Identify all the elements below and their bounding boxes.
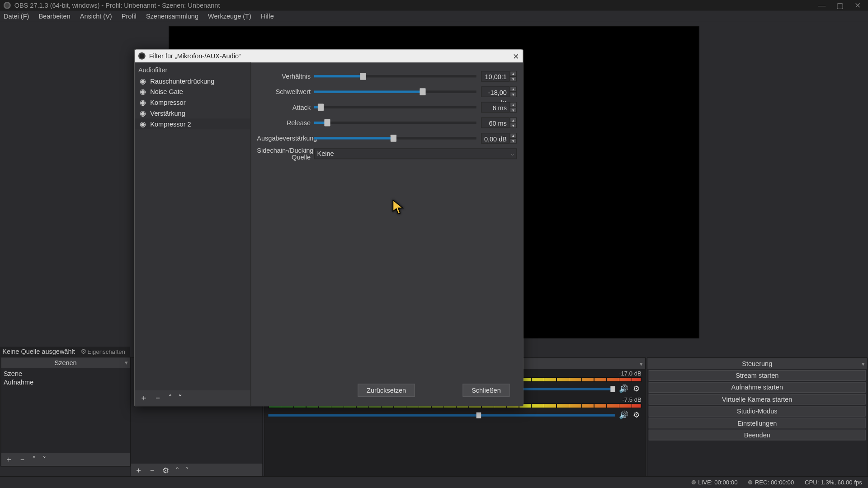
menu-tools[interactable]: Werkzeuge (T) <box>208 13 251 20</box>
speaker-icon[interactable]: 🔊 <box>619 411 628 420</box>
ducking-source-select[interactable]: Keine ⌵ <box>314 148 517 159</box>
menu-help[interactable]: Hilfe <box>261 13 274 20</box>
panel-header-scenes: Szenen ▾ <box>1 357 130 368</box>
scenes-list[interactable]: Szene Aufnahme <box>1 368 130 453</box>
filter-label: Verstärkung <box>150 110 185 117</box>
gear-icon[interactable]: ⚙ <box>632 411 642 420</box>
move-filter-down-button[interactable]: ˅ <box>178 393 182 403</box>
move-scene-down-button[interactable]: ˅ <box>42 455 47 464</box>
visibility-icon[interactable]: ◉ <box>138 120 146 128</box>
properties-label[interactable]: Eigenschaften <box>87 348 125 355</box>
obs-icon <box>138 52 146 60</box>
start-virtual-cam-button[interactable]: Virtuelle Kamera starten <box>649 394 866 405</box>
window-titlebar: OBS 27.1.3 (64-bit, windows) - Profil: U… <box>0 0 868 11</box>
reset-button[interactable]: Zurücksetzen <box>358 384 415 397</box>
remove-filter-button[interactable]: － <box>154 393 162 404</box>
spin-up-icon[interactable]: ▴ <box>509 117 517 123</box>
attack-value[interactable]: 6 ms <box>481 102 509 113</box>
spin-down-icon[interactable]: ▾ <box>509 107 517 113</box>
dialog-titlebar[interactable]: Filter für „Mikrofon-/AUX-Audio“ ✕ <box>135 49 523 62</box>
popout-icon[interactable]: ▾ <box>640 360 643 367</box>
ducking-source-label: Sidechain-/Ducking-Quelle <box>257 146 314 161</box>
start-stream-button[interactable]: Stream starten <box>649 370 866 381</box>
close-icon[interactable]: ✕ <box>513 52 519 61</box>
move-source-up-button[interactable]: ˄ <box>175 466 179 475</box>
menu-bar: Datei (F) Bearbeiten Ansicht (V) Profil … <box>0 11 868 22</box>
no-source-label: Keine Quelle ausgewählt <box>2 348 75 355</box>
source-settings-button[interactable]: ⚙ <box>162 466 170 475</box>
status-live: LIVE: 00:00:00 <box>698 479 737 486</box>
status-dot-icon <box>692 480 696 484</box>
menu-scene-collection[interactable]: Szenensammlung <box>146 13 198 20</box>
move-filter-up-button[interactable]: ˄ <box>168 393 172 403</box>
remove-scene-button[interactable]: － <box>19 454 26 465</box>
filter-item-gain[interactable]: ◉ Verstärkung <box>135 108 250 119</box>
output-gain-label: Ausgabeverstärkung <box>257 135 314 142</box>
spin-up-icon[interactable]: ▴ <box>509 133 517 138</box>
scene-item[interactable]: Szene <box>4 369 127 377</box>
release-value[interactable]: 60 ms <box>481 117 509 128</box>
spin-up-icon[interactable]: ▴ <box>509 71 517 76</box>
filter-label: Rauschunterdrückung <box>150 77 214 84</box>
mixer-db-label: -17.0 dB <box>619 370 642 377</box>
spin-down-icon[interactable]: ▾ <box>509 123 517 128</box>
filter-item-noise-suppression[interactable]: ◉ Rauschunterdrückung <box>135 75 250 86</box>
status-rec: REC: 00:00:00 <box>755 479 794 486</box>
spin-down-icon[interactable]: ▾ <box>509 76 517 82</box>
add-filter-button[interactable]: ＋ <box>140 393 148 404</box>
scene-item[interactable]: Aufnahme <box>4 377 127 385</box>
close-button[interactable]: Schließen <box>462 384 509 397</box>
ducking-source-value: Keine <box>317 150 334 157</box>
remove-source-button[interactable]: － <box>148 465 156 476</box>
attack-slider[interactable] <box>314 106 476 108</box>
popout-icon[interactable]: ▾ <box>125 359 128 366</box>
studio-mode-button[interactable]: Studio-Modus <box>649 406 866 417</box>
spin-down-icon[interactable]: ▾ <box>509 92 517 97</box>
visibility-icon[interactable]: ◉ <box>138 88 146 96</box>
dialog-title: Filter für „Mikrofon-/AUX-Audio“ <box>149 52 241 60</box>
spin-down-icon[interactable]: ▾ <box>509 138 517 144</box>
start-recording-button[interactable]: Aufnahme starten <box>649 382 866 393</box>
gear-icon[interactable]: ⚙ <box>80 348 86 356</box>
panel-title-scenes: Szenen <box>54 359 76 366</box>
menu-view[interactable]: Ansicht (V) <box>80 13 112 20</box>
window-title: OBS 27.1.3 (64-bit, windows) - Profil: U… <box>14 2 220 9</box>
speaker-icon[interactable]: 🔊 <box>619 385 628 394</box>
output-gain-value[interactable]: 0,00 dB <box>481 133 509 144</box>
spin-up-icon[interactable]: ▴ <box>509 86 517 92</box>
gear-icon[interactable]: ⚙ <box>632 385 642 394</box>
filter-section-label: Audiofilter <box>135 62 250 75</box>
move-scene-up-button[interactable]: ˄ <box>32 455 36 464</box>
mixer-db-label: -7.5 dB <box>622 396 642 403</box>
ratio-value[interactable]: 10,00:1 <box>481 71 509 82</box>
settings-button[interactable]: Einstellungen <box>649 418 866 428</box>
exit-button[interactable]: Beenden <box>649 430 866 441</box>
menu-edit[interactable]: Bearbeiten <box>38 13 70 20</box>
add-scene-button[interactable]: ＋ <box>5 454 13 465</box>
visibility-icon[interactable]: ◉ <box>138 77 146 85</box>
threshold-value[interactable]: -18,00 dB <box>481 86 509 97</box>
chevron-down-icon: ⌵ <box>511 151 514 157</box>
ratio-slider[interactable] <box>314 75 476 77</box>
menu-profile[interactable]: Profil <box>122 13 137 20</box>
release-slider[interactable] <box>314 122 476 124</box>
ratio-label: Verhältnis <box>257 73 314 80</box>
output-gain-slider[interactable] <box>314 137 476 139</box>
filter-item-noise-gate[interactable]: ◉ Noise Gate <box>135 86 250 97</box>
move-source-down-button[interactable]: ˅ <box>185 466 189 475</box>
window-close-button[interactable]: ✕ <box>854 1 861 10</box>
visibility-icon[interactable]: ◉ <box>138 99 146 107</box>
filter-label: Kompressor 2 <box>150 120 191 127</box>
volume-slider[interactable] <box>268 414 615 416</box>
add-source-button[interactable]: ＋ <box>135 465 142 476</box>
popout-icon[interactable]: ▾ <box>862 360 865 367</box>
window-minimize-button[interactable]: — <box>818 1 826 10</box>
filter-item-compressor[interactable]: ◉ Kompressor <box>135 97 250 108</box>
visibility-icon[interactable]: ◉ <box>138 109 146 117</box>
window-maximize-button[interactable]: ▢ <box>836 1 844 10</box>
menu-file[interactable]: Datei (F) <box>4 13 29 20</box>
spin-up-icon[interactable]: ▴ <box>509 102 517 107</box>
filter-label: Kompressor <box>150 99 185 106</box>
filter-item-compressor-2[interactable]: ◉ Kompressor 2 <box>135 118 250 129</box>
threshold-slider[interactable] <box>314 90 476 93</box>
